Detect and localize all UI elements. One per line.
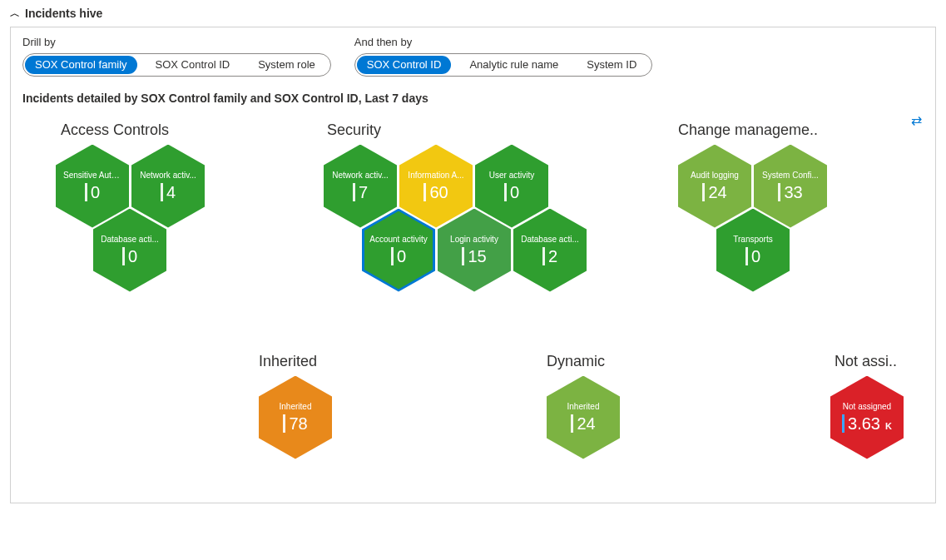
hex-label: Account activity: [366, 235, 430, 244]
hex-security-database[interactable]: Database acti... 2: [513, 209, 587, 292]
cluster-title-change: Change manageme..: [678, 121, 818, 139]
hex-value: 2: [548, 248, 557, 265]
drill-by-option-sox-id[interactable]: SOX Control ID: [146, 56, 240, 74]
then-by-block: And then by SOX Control ID Analytic rule…: [354, 36, 653, 77]
cluster-title-security: Security: [327, 121, 381, 139]
then-by-option-analytic-rule[interactable]: Analytic rule name: [459, 56, 568, 74]
hex-unit: K: [885, 421, 892, 433]
hex-notassigned[interactable]: Not assigned 3.63K: [830, 376, 904, 459]
hex-label: System Confi...: [759, 171, 822, 180]
hex-label: Network activ...: [136, 171, 200, 180]
section-toggle[interactable]: ︿ Incidents hive: [10, 7, 936, 20]
then-by-options: SOX Control ID Analytic rule name System…: [354, 53, 653, 77]
hex-label: Audit logging: [687, 171, 742, 180]
hex-value: 0: [751, 248, 760, 265]
drill-by-option-sox-family[interactable]: SOX Control family: [25, 56, 137, 74]
hex-label: Inherited: [276, 403, 315, 411]
hex-value: 0: [397, 248, 406, 265]
hive-subtitle: Incidents detailed by SOX Control family…: [22, 92, 924, 105]
drill-by-label: Drill by: [22, 36, 331, 48]
cluster-title-notassigned: Not assi..: [835, 353, 897, 370]
hex-label: User activity: [486, 171, 537, 180]
drill-by-block: Drill by SOX Control family SOX Control …: [22, 36, 331, 77]
drill-by-option-system-role[interactable]: System role: [248, 56, 325, 74]
hex-label: Information A...: [404, 171, 467, 180]
drill-row: Drill by SOX Control family SOX Control …: [22, 36, 924, 77]
section-title: Incidents hive: [25, 7, 102, 20]
hex-label: Network activ...: [329, 171, 392, 180]
hex-value: 7: [359, 184, 368, 201]
incidents-hive-panel: Drill by SOX Control family SOX Control …: [10, 27, 936, 503]
cluster-title-access: Access Controls: [61, 121, 169, 139]
hex-security-account[interactable]: Account activity 0: [362, 209, 435, 292]
hex-change-transports[interactable]: Transports 0: [716, 209, 790, 292]
hex-label: Database acti...: [518, 235, 582, 244]
hex-label: Database acti...: [97, 235, 161, 244]
then-by-option-system-id[interactable]: System ID: [577, 56, 646, 74]
hex-value: 33: [784, 184, 802, 201]
hex-value: 0: [510, 184, 519, 201]
hex-access-database[interactable]: Database acti... 0: [93, 209, 166, 292]
then-by-label: And then by: [354, 36, 653, 48]
cluster-title-inherited: Inherited: [259, 353, 317, 370]
then-by-option-sox-id[interactable]: SOX Control ID: [357, 56, 452, 74]
hex-value: 78: [289, 415, 307, 432]
hex-value: 4: [166, 184, 176, 201]
hex-value: 24: [577, 415, 595, 432]
hex-value: 3.63: [848, 415, 880, 432]
hex-dynamic[interactable]: Inherited 24: [547, 376, 620, 459]
hex-label: Login activity: [447, 235, 502, 244]
hex-value: 15: [468, 248, 486, 265]
drill-by-options: SOX Control family SOX Control ID System…: [22, 53, 331, 77]
hex-label: Sensitive Auth...: [60, 171, 125, 180]
hex-value: 24: [708, 184, 726, 201]
hex-label: Inherited: [564, 403, 603, 411]
chevron-up-icon: ︿: [10, 8, 20, 18]
hex-value: 0: [128, 248, 137, 265]
hex-value: 0: [91, 184, 100, 201]
hex-inherited[interactable]: Inherited 78: [259, 376, 332, 459]
cluster-title-dynamic: Dynamic: [547, 353, 605, 370]
hex-security-login[interactable]: Login activity 15: [438, 209, 511, 292]
hive-stage: Access Controls Sensitive Auth... 0 Netw…: [22, 121, 924, 488]
hex-label: Transports: [730, 235, 775, 244]
hex-value: 60: [429, 184, 448, 201]
hex-label: Not assigned: [840, 403, 894, 411]
